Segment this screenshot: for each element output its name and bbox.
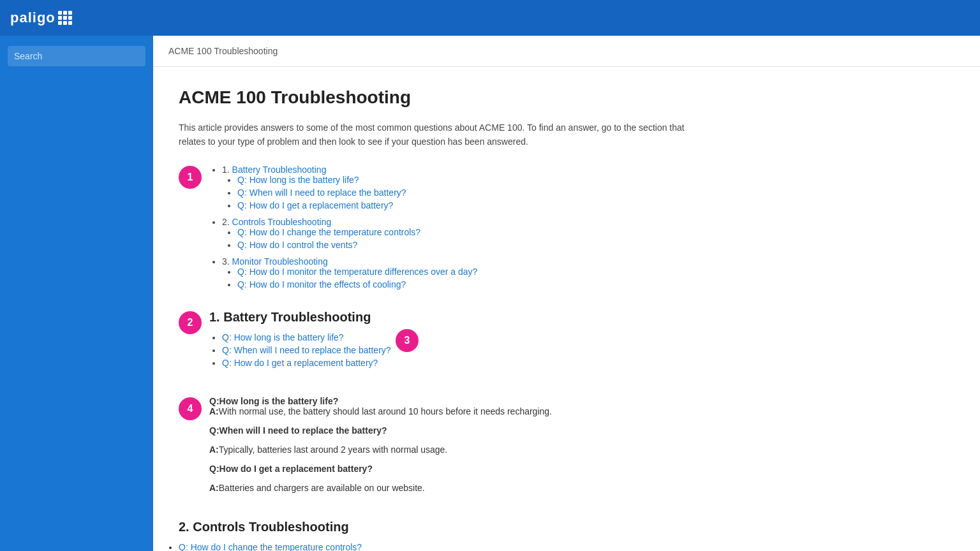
qa-item: A:Typically, batteries last around 2 yea…	[209, 444, 954, 455]
qa-answer: A:Typically, batteries last around 2 yea…	[209, 444, 954, 455]
top-bar: paligo	[0, 0, 980, 36]
battery-heading: 1. Battery Troubleshooting	[209, 310, 954, 325]
toc-link-monitor-q2[interactable]: Q: How do I monitor the effects of cooli…	[237, 279, 406, 290]
qa-item: A:Batteries and chargers are available o…	[209, 483, 954, 493]
page-title: ACME 100 Troubleshooting	[179, 87, 954, 108]
list-item: 3. Monitor Troubleshooting Q: How do I m…	[222, 256, 954, 290]
battery-content: 1. Battery Troubleshooting Q: How long i…	[209, 310, 954, 378]
breadcrumb: ACME 100 Troubleshooting	[153, 36, 980, 67]
qa-question: Q:How do I get a replacement battery?	[209, 464, 954, 474]
toc-link-battery[interactable]: Battery Troubleshooting	[232, 165, 327, 175]
qa-item: Q:How do I get a replacement battery?	[209, 464, 954, 474]
toc-link-controls-q2[interactable]: Q: How do I control the vents?	[237, 240, 357, 250]
toc-link-controls[interactable]: Controls Troubleshooting	[232, 217, 332, 227]
battery-link-q3[interactable]: Q: How do I get a replacement battery?	[222, 358, 378, 368]
controls-section: 2. Controls Troubleshooting Q: How do I …	[179, 520, 954, 551]
qa-question: Q:How long is the battery life?	[209, 396, 954, 406]
battery-link-q1[interactable]: Q: How long is the battery life?	[222, 332, 344, 342]
list-item: 2. Controls Troubleshooting Q: How do I …	[222, 217, 954, 250]
toc-link-battery-q2[interactable]: Q: When will I need to replace the batte…	[237, 187, 406, 198]
logo-text: paligo	[10, 10, 56, 26]
intro-text: This article provides answers to some of…	[179, 121, 702, 149]
battery-link-q2[interactable]: Q: When will I need to replace the batte…	[222, 345, 391, 355]
logo-icon	[58, 11, 72, 25]
sidebar	[0, 36, 153, 551]
badge-4: 4	[179, 397, 202, 420]
layout: ACME 100 Troubleshooting ACME 100 Troubl…	[0, 36, 980, 551]
toc-link-battery-q1[interactable]: Q: How long is the battery life?	[237, 175, 359, 185]
badge-1: 1	[179, 166, 202, 189]
qa-item: Q:How long is the battery life? A:With n…	[209, 396, 954, 416]
badge-2: 2	[179, 311, 202, 334]
qa-answer: A:With normal use, the battery should la…	[209, 406, 954, 416]
battery-section: 2 1. Battery Troubleshooting Q: How long…	[179, 310, 954, 378]
list-item: 1. Battery Troubleshooting Q: How long i…	[222, 165, 954, 210]
qa-item: Q:When will I need to replace the batter…	[209, 425, 954, 436]
main-content: ACME 100 Troubleshooting This article pr…	[153, 67, 980, 551]
battery-qa-content: Q:How long is the battery life? A:With n…	[209, 396, 954, 502]
toc-link-battery-q3[interactable]: Q: How do I get a replacement battery?	[237, 200, 393, 210]
toc-link-controls-q1[interactable]: Q: How do I change the temperature contr…	[237, 227, 420, 237]
toc-content: 1. Battery Troubleshooting Q: How long i…	[209, 165, 954, 292]
qa-question: Q:When will I need to replace the batter…	[209, 425, 954, 436]
controls-heading: 2. Controls Troubleshooting	[179, 520, 954, 534]
search-input[interactable]	[8, 46, 145, 66]
qa-answer: A:Batteries and chargers are available o…	[209, 483, 954, 493]
battery-qa-section: 4 Q:How long is the battery life? A:With…	[179, 396, 954, 502]
toc-link-monitor-q1[interactable]: Q: How do I monitor the temperature diff…	[237, 267, 477, 277]
controls-link-q1[interactable]: Q: How do I change the temperature contr…	[179, 542, 362, 551]
badge-3: 3	[396, 329, 419, 352]
toc-link-monitor[interactable]: Monitor Troubleshooting	[232, 256, 328, 267]
toc-section: 1 1. Battery Troubleshooting Q: How long…	[179, 165, 954, 292]
